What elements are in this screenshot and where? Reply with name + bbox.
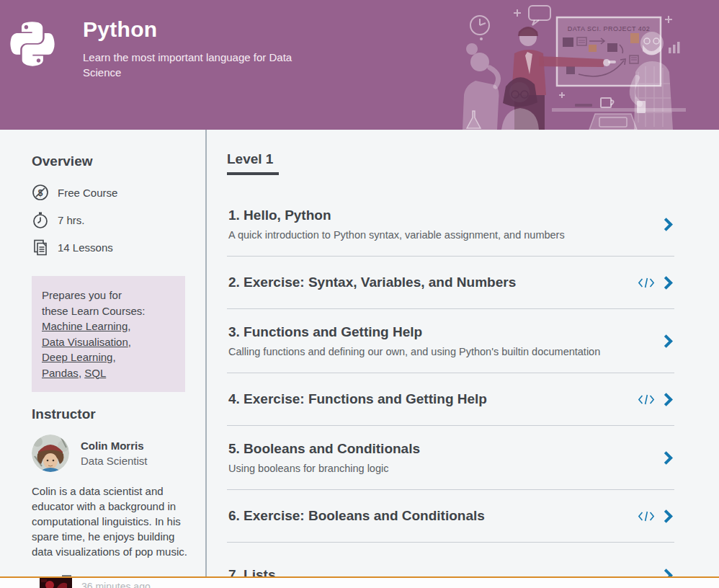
plus-icon <box>665 16 672 23</box>
prepares-box: Prepares you for these Learn Courses: Ma… <box>32 276 185 392</box>
plus-icon <box>514 9 521 17</box>
lesson-title: 1. Hello, Python <box>228 207 565 224</box>
lesson-text: 3. Functions and Getting HelpCalling fun… <box>228 324 600 358</box>
chevron-right-icon <box>664 509 673 523</box>
fact-label: 7 hrs. <box>58 214 85 226</box>
content-area: Overview $ Free Course <box>0 130 719 578</box>
notification-thumbnail[interactable] <box>40 578 72 588</box>
fact-label: Free Course <box>58 187 117 199</box>
prepares-intro-line2: these Learn Courses: <box>42 305 145 317</box>
page-subtitle: Learn the most important language for Da… <box>83 50 308 80</box>
link-pandas[interactable]: Pandas <box>42 367 79 379</box>
lesson-icons <box>664 451 673 465</box>
separator: , <box>128 320 130 332</box>
prepares-intro-line1: Prepares you for <box>42 289 122 301</box>
lesson-text: 4. Exercise: Functions and Getting Help <box>228 391 487 408</box>
code-icon <box>638 394 655 405</box>
instructor-info: Colin Morris Data Scientist <box>81 440 148 467</box>
lesson-description: Using booleans for branching logic <box>228 463 420 475</box>
lesson-text: 6. Exercise: Booleans and Conditionals <box>228 507 485 525</box>
fact-free-course: $ Free Course <box>32 184 185 201</box>
course-page: Python Learn the most important language… <box>0 0 719 588</box>
overview-heading: Overview <box>32 153 185 169</box>
header-illustration: DATA SCI. PROJECT 402 <box>431 0 719 130</box>
lesson-list: 1. Hello, PythonA quick introduction to … <box>227 192 674 588</box>
lesson-row[interactable]: 3. Functions and Getting HelpCalling fun… <box>227 309 674 373</box>
notification-timestamp: 36 minutes ago <box>81 580 151 588</box>
link-deep-learning[interactable]: Deep Learning <box>42 351 112 363</box>
bottom-notification-bar: 36 minutes ago <box>0 576 719 588</box>
lesson-row[interactable]: 1. Hello, PythonA quick introduction to … <box>227 192 674 257</box>
lesson-description: Calling functions and defining our own, … <box>228 346 600 358</box>
speech-bubble-icon <box>529 6 550 20</box>
fact-lessons: 14 Lessons <box>32 239 185 256</box>
separator: , <box>128 336 131 348</box>
lesson-description: A quick introduction to Python syntax, v… <box>228 229 565 241</box>
lesson-text: 1. Hello, PythonA quick introduction to … <box>228 207 565 241</box>
page-title: Python <box>83 17 308 42</box>
lesson-icons <box>664 218 673 231</box>
link-sql[interactable]: SQL <box>84 367 106 379</box>
lesson-icons <box>638 393 673 406</box>
tab-level-1[interactable]: Level 1 <box>227 151 279 175</box>
lesson-icons <box>638 509 673 523</box>
code-icon <box>638 511 655 522</box>
course-facts: $ Free Course 7 hrs. <box>32 184 185 256</box>
lesson-row[interactable]: 4. Exercise: Functions and Getting Help <box>227 373 674 426</box>
lesson-row[interactable]: 6. Exercise: Booleans and Conditionals <box>227 490 674 543</box>
lesson-text: 2. Exercise: Syntax, Variables, and Numb… <box>228 274 516 291</box>
lessons-icon <box>32 239 49 256</box>
lesson-panel: Level 1 1. Hello, PythonA quick introduc… <box>207 130 719 578</box>
course-header: Python Learn the most important language… <box>0 0 719 130</box>
instructor-bio: Colin is a data scientist and educator w… <box>32 484 189 559</box>
code-icon <box>638 277 655 288</box>
chevron-right-icon <box>664 334 673 348</box>
chevron-right-icon <box>664 451 673 465</box>
link-machine-learning[interactable]: Machine Learning <box>42 320 128 332</box>
python-logo-icon <box>10 19 55 69</box>
free-icon: $ <box>32 184 49 201</box>
lesson-row[interactable]: 5. Booleans and ConditionalsUsing boolea… <box>227 426 674 490</box>
separator: , <box>79 367 81 379</box>
fact-label: 14 Lessons <box>58 241 113 254</box>
lesson-row[interactable]: 2. Exercise: Syntax, Variables, and Numb… <box>227 257 674 309</box>
chevron-right-icon <box>664 393 673 406</box>
chevron-right-icon <box>664 276 673 290</box>
lesson-icons <box>664 334 673 348</box>
lesson-title: 3. Functions and Getting Help <box>228 324 600 341</box>
instructor-heading: Instructor <box>32 406 185 422</box>
plus-icon <box>559 92 565 98</box>
instructor-avatar[interactable] <box>32 435 69 472</box>
lesson-icons <box>638 276 673 290</box>
course-sidebar: Overview $ Free Course <box>0 130 207 578</box>
separator: , <box>112 351 115 363</box>
instructor-name: Colin Morris <box>81 440 148 452</box>
lesson-text: 5. Booleans and ConditionalsUsing boolea… <box>228 440 420 475</box>
lesson-title: 2. Exercise: Syntax, Variables, and Numb… <box>228 274 516 291</box>
duration-icon <box>32 211 49 228</box>
lesson-title: 4. Exercise: Functions and Getting Help <box>228 391 487 408</box>
fact-duration: 7 hrs. <box>32 211 185 228</box>
bar-chart-icon <box>669 42 680 53</box>
chevron-right-icon <box>664 218 673 231</box>
instructor-card: Colin Morris Data Scientist <box>32 435 185 472</box>
lesson-title: 5. Booleans and Conditionals <box>228 440 420 458</box>
link-data-visualisation[interactable]: Data Visualisation <box>42 336 128 348</box>
whiteboard-title: DATA SCI. PROJECT 402 <box>568 25 651 32</box>
instructor-role: Data Scientist <box>81 455 148 467</box>
lesson-title: 6. Exercise: Booleans and Conditionals <box>228 507 485 525</box>
